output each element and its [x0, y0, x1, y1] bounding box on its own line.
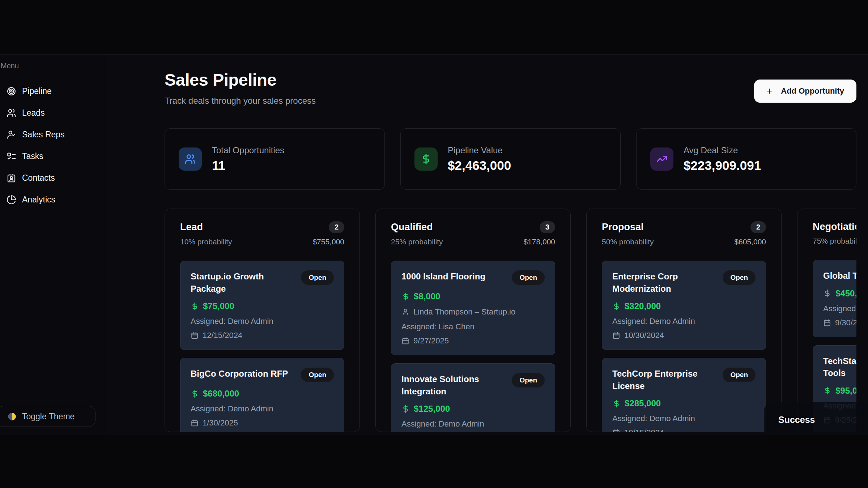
deal-amount: $125,000 [414, 404, 450, 414]
deal-amount: $450,00 [835, 288, 856, 299]
status-badge: Open [723, 270, 756, 285]
deal-title: Enterprise Corp Modernization [612, 270, 718, 295]
deal-date: 12/15/2024 [203, 331, 242, 340]
deal-card[interactable]: BigCo Corporation RFP Open $680,000 Assi… [180, 358, 344, 432]
deal-card[interactable]: Global Te $450,00 Assigned: D 9/30/20 [813, 260, 856, 337]
status-badge: Open [301, 270, 334, 285]
calendar-icon [823, 319, 831, 327]
deal-assigned: Assigned: Demo Admin [612, 414, 756, 423]
sidebar-item-pipeline[interactable]: Pipeline [0, 80, 106, 102]
deal-date: 10/15/2024 [624, 428, 664, 432]
deal-amount: $320,000 [625, 301, 661, 311]
sidebar-item-label: Sales Reps [22, 130, 65, 140]
dollar-icon [401, 405, 410, 413]
pipeline-column-lead: Lead 2 10% probability $755,000 Startup.… [165, 209, 360, 432]
sidebar-item-sales-reps[interactable]: Sales Reps [0, 124, 106, 145]
column-count-badge: 2 [329, 221, 344, 233]
pipeline-column-negotiation: Negotiation 75% probability Global Te $4… [797, 209, 856, 432]
dollar-icon [612, 302, 621, 311]
deal-date: 1/30/2025 [203, 418, 238, 428]
deal-title: Innovate Solutions Integration [401, 373, 507, 397]
dollar-icon [823, 289, 831, 297]
stat-card-total-opportunities: Total Opportunities 11 [165, 128, 385, 190]
stat-label: Avg Deal Size [684, 145, 761, 155]
deal-date: 9/27/2025 [413, 336, 449, 346]
deal-assigned: Assigned: D [823, 304, 856, 313]
stat-card-pipeline-value: Pipeline Value $2,463,000 [400, 128, 621, 190]
deal-card[interactable]: Innovate Solutions Integration Open $125… [391, 363, 555, 432]
deal-amount: $75,000 [203, 301, 234, 311]
sidebar-item-leads[interactable]: Leads [0, 102, 106, 124]
dollar-icon [401, 292, 410, 301]
column-title: Negotiation [813, 221, 856, 232]
sidebar-item-tasks[interactable]: Tasks [0, 145, 106, 167]
deal-amount: $8,000 [414, 291, 440, 301]
deal-assigned: Assigned: Demo Admin [191, 317, 334, 326]
dollar-icon [191, 390, 199, 398]
deal-assigned: Assigned: Demo Admin [612, 317, 756, 326]
user-check-icon [7, 130, 16, 140]
status-badge: Open [512, 270, 545, 285]
deal-card[interactable]: Startup.io Growth Package Open $75,000 A… [180, 261, 344, 350]
dollar-icon [823, 386, 831, 395]
add-opportunity-label: Add Opportunity [781, 86, 844, 96]
users-icon [179, 147, 202, 171]
page-header: Sales Pipeline Track deals through your … [165, 70, 856, 106]
sidebar-item-label: Analytics [22, 195, 55, 205]
plus-icon: + [766, 86, 772, 96]
stat-value: $2,463,000 [448, 158, 511, 173]
calendar-icon [191, 419, 199, 427]
toggle-theme-button[interactable]: Toggle Theme [0, 406, 95, 427]
toggle-theme-label: Toggle Theme [22, 412, 75, 421]
deal-card[interactable]: TechCorp Enterprise License Open $285,00… [602, 358, 766, 432]
deal-title: TechCorp Enterprise License [612, 368, 718, 392]
status-badge: Open [301, 368, 334, 382]
status-badge: Open [723, 368, 756, 382]
stat-card-avg-deal-size: Avg Deal Size $223,909.091 [636, 128, 856, 190]
deal-title: Global Te [823, 270, 856, 282]
dollar-icon [612, 399, 621, 408]
toast-title: Success [778, 415, 815, 425]
deal-title: Startup.io Growth Package [191, 270, 296, 295]
list-todo-icon [7, 151, 16, 161]
column-probability: 10% probability [180, 237, 232, 246]
dollar-icon [414, 147, 438, 171]
sidebar-item-contacts[interactable]: Contacts [0, 167, 106, 189]
page-title: Sales Pipeline [165, 70, 316, 90]
pie-chart-icon [7, 195, 16, 205]
trending-up-icon [650, 147, 673, 171]
column-probability: 50% probability [602, 237, 654, 246]
deal-amount: $680,000 [203, 389, 239, 399]
status-badge: Open [512, 373, 545, 388]
add-opportunity-button[interactable]: + Add Opportunity [754, 80, 856, 103]
stats-row: Total Opportunities 11 Pipeline Value $2… [165, 128, 856, 190]
column-total: $178,000 [523, 237, 555, 246]
sidebar-item-label: Leads [22, 108, 45, 118]
deal-contact: Linda Thompson – Startup.io [413, 307, 515, 317]
sidebar-item-analytics[interactable]: Analytics [0, 189, 106, 210]
pipeline-column-qualified: Qualified 3 25% probability $178,000 100… [375, 209, 571, 432]
moon-icon [8, 412, 17, 421]
pipeline-column-proposal: Proposal 2 50% probability $605,000 Ente… [586, 209, 782, 432]
calendar-icon [401, 337, 409, 345]
deal-amount: $95,000 [835, 386, 856, 396]
user-icon [401, 308, 409, 316]
deal-assigned: Assigned: Lisa Chen [401, 322, 545, 331]
deal-title: 1000 Island Flooring [401, 270, 485, 283]
deal-title-line2: Tools [823, 367, 856, 379]
deal-card[interactable]: Enterprise Corp Modernization Open $320,… [602, 261, 766, 350]
deal-date: 9/30/20 [835, 318, 856, 328]
sidebar-item-label: Pipeline [22, 86, 52, 96]
stat-value: 11 [212, 158, 284, 173]
calendar-icon [612, 331, 620, 339]
deal-amount: $285,000 [625, 398, 661, 408]
column-probability: 75% probability [813, 237, 856, 245]
deal-card[interactable]: 1000 Island Flooring Open $8,000 Linda T… [391, 261, 555, 355]
sidebar-item-label: Contacts [22, 173, 55, 183]
success-toast: Success [764, 402, 868, 435]
column-title: Qualified [391, 222, 433, 233]
calendar-icon [191, 331, 199, 339]
pipeline-board: Lead 2 10% probability $755,000 Startup.… [165, 209, 856, 432]
column-probability: 25% probability [391, 237, 443, 246]
deal-title: BigCo Corporation RFP [191, 368, 288, 380]
